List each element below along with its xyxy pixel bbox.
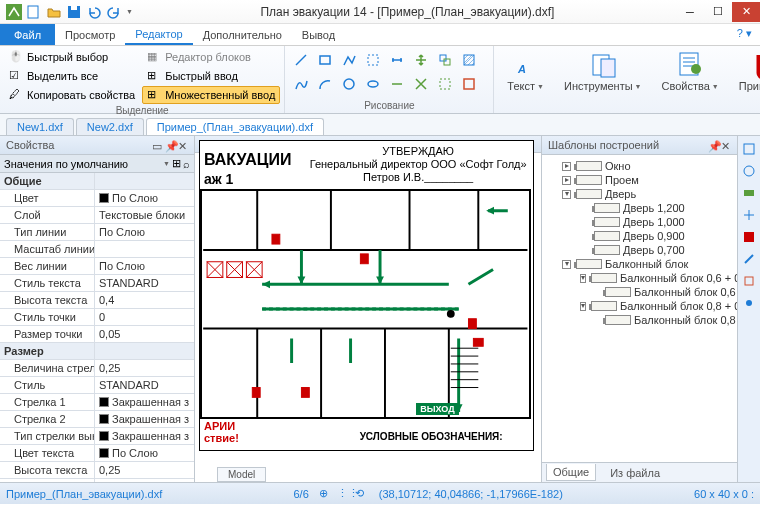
undo-icon[interactable] <box>86 4 102 20</box>
doc-tab-3[interactable]: Пример_(План_эвакуации).dxf <box>146 118 324 135</box>
side-tool-4-icon[interactable] <box>740 206 758 224</box>
tree-item[interactable]: Дверь 0,900 <box>544 229 735 243</box>
tree-item[interactable]: Дверь 1,000 <box>544 215 735 229</box>
block-editor-button[interactable]: ▦Редактор блоков <box>142 48 280 66</box>
section-general[interactable]: Общие <box>0 173 95 189</box>
props-button[interactable]: Свойства ▼ <box>653 48 728 95</box>
maximize-button[interactable]: ☐ <box>704 2 732 22</box>
plan-title: ВАКУАЦИИ <box>204 151 291 169</box>
offset-icon[interactable] <box>435 50 455 70</box>
pin-icon[interactable]: 📌 <box>165 140 175 150</box>
model-tab[interactable]: Model <box>217 467 266 482</box>
edit3-icon[interactable] <box>435 74 455 94</box>
hatch-icon[interactable] <box>459 50 479 70</box>
doc-tab-2[interactable]: New2.dxf <box>76 118 144 135</box>
tree-toggle-icon[interactable]: ▾ <box>580 302 586 311</box>
status-coords: (38,10712; 40,04866; -1,17966E-182) <box>379 488 563 500</box>
drawing-viewport[interactable]: УТВЕРЖДАЮ Генеральный директор ООО «Софт… <box>199 140 534 451</box>
new-icon[interactable] <box>26 4 42 20</box>
tab-output[interactable]: Вывод <box>292 24 345 45</box>
close-button[interactable]: ✕ <box>732 2 760 22</box>
quick-select-button[interactable]: 🖱️Быстрый выбор <box>4 48 140 66</box>
status-ico-3[interactable]: ⟲ <box>355 487 369 501</box>
tree-item[interactable]: ▾Балконный блок 0,6 + 0,6 <box>544 271 735 285</box>
edit1-icon[interactable] <box>387 74 407 94</box>
multi-input-button[interactable]: ⊞Множественный ввод <box>142 86 280 104</box>
minimize-button[interactable]: ─ <box>676 2 704 22</box>
circle-icon[interactable] <box>339 74 359 94</box>
tpl-tab-general[interactable]: Общие <box>546 464 596 481</box>
floor-plan: ВЫХОД <box>200 189 531 419</box>
move-icon[interactable] <box>411 50 431 70</box>
svg-point-65 <box>746 300 752 306</box>
tree-item[interactable]: Балконный блок 0,6 <box>544 285 735 299</box>
side-tool-3-icon[interactable] <box>740 184 758 202</box>
tree-toggle-icon[interactable]: ▸ <box>562 162 571 171</box>
tab-editor[interactable]: Редактор <box>125 24 192 45</box>
minimize-panel-icon[interactable]: ▭ <box>152 140 162 150</box>
side-tool-6-icon[interactable] <box>740 250 758 268</box>
ellipse-icon[interactable] <box>363 74 383 94</box>
select-all-button[interactable]: ☑Выделить все <box>4 67 140 85</box>
region-icon[interactable] <box>363 50 383 70</box>
close-panel-icon[interactable]: ✕ <box>178 140 188 150</box>
block-icon[interactable] <box>459 74 479 94</box>
section-size[interactable]: Размер <box>0 343 95 359</box>
side-tool-7-icon[interactable] <box>740 272 758 290</box>
open-icon[interactable] <box>46 4 62 20</box>
side-tool-2-icon[interactable] <box>740 162 758 180</box>
svg-rect-60 <box>744 144 754 154</box>
tree-item[interactable]: Дверь 0,700 <box>544 243 735 257</box>
side-tool-1-icon[interactable] <box>740 140 758 158</box>
tree-item[interactable]: ▸Окно <box>544 159 735 173</box>
tab-extras[interactable]: Дополнительно <box>193 24 292 45</box>
tree-item[interactable]: Балконный блок 0,8 <box>544 313 735 327</box>
snap-button[interactable]: Привязка ▼ <box>730 48 760 95</box>
props-tool1-icon[interactable]: ⊞ <box>172 157 181 170</box>
tree-item[interactable]: ▸Проем <box>544 173 735 187</box>
status-ico-1[interactable]: ⊕ <box>319 487 333 501</box>
tree-item[interactable]: ▾Балконный блок 0,8 + 0,8 <box>544 299 735 313</box>
side-tool-5-icon[interactable] <box>740 228 758 246</box>
redo-icon[interactable] <box>106 4 122 20</box>
line-icon[interactable] <box>291 50 311 70</box>
tree-toggle-icon[interactable]: ▸ <box>562 176 571 185</box>
svg-rect-47 <box>272 234 280 244</box>
side-tool-8-icon[interactable] <box>740 294 758 312</box>
props-tool2-icon[interactable]: ⌕ <box>183 158 190 170</box>
svg-rect-8 <box>444 59 450 65</box>
svg-point-61 <box>744 166 754 176</box>
prop-row: Стрелка 1Закрашенная з <box>0 394 194 411</box>
file-tab[interactable]: Файл <box>0 24 55 45</box>
doc-tab-1[interactable]: New1.dxf <box>6 118 74 135</box>
tpl-tab-file[interactable]: Из файла <box>604 465 666 481</box>
tab-view[interactable]: Просмотр <box>55 24 125 45</box>
tree-item[interactable]: ▾Балконный блок <box>544 257 735 271</box>
measure-icon[interactable] <box>387 50 407 70</box>
tree-toggle-icon[interactable]: ▾ <box>562 260 571 269</box>
tree-toggle-icon[interactable]: ▾ <box>562 190 571 199</box>
tree-item[interactable]: Дверь 1,200 <box>544 201 735 215</box>
tpl-pin-icon[interactable]: 📌 <box>708 140 718 150</box>
edit2-icon[interactable] <box>411 74 431 94</box>
tools-button[interactable]: Инструменты ▼ <box>555 48 651 95</box>
save-icon[interactable] <box>66 4 82 20</box>
label: Редактор блоков <box>165 51 251 63</box>
defaults-dropdown[interactable]: ▼ <box>163 160 170 167</box>
text-button[interactable]: AТекст ▼ <box>498 48 553 95</box>
help-button[interactable]: ? ▾ <box>729 24 760 45</box>
spline-icon[interactable] <box>291 74 311 94</box>
arc-icon[interactable] <box>315 74 335 94</box>
copy-props-button[interactable]: 🖊Копировать свойства <box>4 86 140 104</box>
svg-rect-51 <box>301 388 309 398</box>
drawing-canvas[interactable]: ▭☐✕ УТВЕРЖДАЮ Генеральный директор ООО «… <box>195 136 542 482</box>
status-ico-2[interactable]: ⋮⋮ <box>337 487 351 501</box>
rect-icon[interactable] <box>315 50 335 70</box>
quick-input-button[interactable]: ⊞Быстрый ввод <box>142 67 280 85</box>
qat-dropdown-icon[interactable]: ▼ <box>126 8 133 15</box>
tree-item[interactable]: ▾Дверь <box>544 187 735 201</box>
tpl-close-icon[interactable]: ✕ <box>721 140 731 150</box>
tree-toggle-icon[interactable]: ▾ <box>580 274 586 283</box>
polyline-icon[interactable] <box>339 50 359 70</box>
svg-rect-49 <box>468 319 476 329</box>
